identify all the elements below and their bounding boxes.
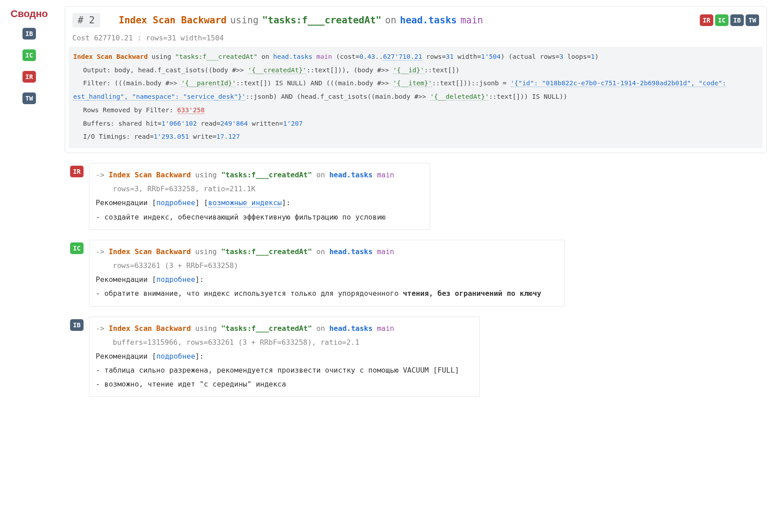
badge-ir[interactable]: IR bbox=[700, 14, 713, 26]
reco-ib-sub: buffers=1315966, rows=633261 (3 + RRbF=6… bbox=[96, 335, 473, 349]
raw-line-filter-2: est_handling", "namespace": "service_des… bbox=[73, 90, 758, 104]
reco-card-ic: -> Index Scan Backward using "tasks:f___… bbox=[89, 240, 565, 307]
literal-id[interactable]: '{__id}' bbox=[393, 66, 424, 74]
sidebar: Сводно IB IC IR TW bbox=[0, 0, 58, 420]
raw-plan: Index Scan Backward using "tasks:f___cre… bbox=[69, 47, 763, 148]
cost-high-link[interactable]: 627'710.21 bbox=[383, 53, 422, 61]
badge-ic[interactable]: IC bbox=[715, 14, 729, 26]
sidebar-item-ib[interactable]: IB bbox=[22, 28, 36, 40]
raw-line-1: Index Scan Backward using "tasks:f___cre… bbox=[73, 50, 758, 64]
reco-card-ir: -> Index Scan Backward using "tasks:f___… bbox=[89, 163, 430, 230]
literal-createdAt[interactable]: '{__createdAt}' bbox=[248, 66, 307, 74]
sidebar-item-tw[interactable]: TW bbox=[22, 92, 36, 104]
raw-line-output: Output: body, head.f_cast_isots((body #>… bbox=[73, 64, 758, 77]
reco-ib-line-2: - возможно, чтение идет "с середины" инд… bbox=[96, 377, 473, 391]
raw-line-filter: Filter: (((main.body #>> '{__parentId}':… bbox=[73, 77, 758, 90]
reco-ir: IR -> Index Scan Backward using "tasks:f… bbox=[70, 163, 767, 230]
kw-on: on bbox=[385, 15, 396, 26]
index-name: "tasks:f___createdAt" bbox=[262, 15, 382, 26]
more-link[interactable]: подробнее bbox=[156, 275, 195, 284]
reco-ic-line: - обратите внимание, что индекс использу… bbox=[96, 286, 558, 300]
possible-indexes-link[interactable]: возможные индексы bbox=[208, 198, 282, 207]
reco-badge-ib[interactable]: IB bbox=[70, 319, 84, 331]
reco-ib-line-1: - таблица сильно разрежена, рекомендуетс… bbox=[96, 363, 473, 377]
node-header: # 2 Index Scan Backward using "tasks:f__… bbox=[65, 7, 766, 32]
cost-line: Cost 627710.21 : rows=31 width=1504 bbox=[65, 32, 766, 47]
raw-line-buffers: Buffers: shared hit=1'066'102 read=249'8… bbox=[73, 117, 758, 131]
main-content: # 2 Index Scan Backward using "tasks:f__… bbox=[58, 0, 773, 420]
json-literal-1[interactable]: '{"id": "018b822c-e7b0-c751-1914-2b698ad… bbox=[511, 79, 726, 87]
reco-ic: IC -> Index Scan Backward using "tasks:f… bbox=[70, 240, 767, 307]
sidebar-title: Сводно bbox=[0, 8, 58, 20]
literal-item[interactable]: '{__item}' bbox=[393, 79, 432, 87]
reco-badge-ir[interactable]: IR bbox=[70, 166, 84, 177]
more-link[interactable]: подробнее bbox=[156, 198, 195, 207]
node-number: # 2 bbox=[72, 13, 100, 27]
badge-ib[interactable]: IB bbox=[730, 14, 744, 26]
reco-ic-sub: rows=633261 (3 + RRbF=633258) bbox=[96, 259, 558, 273]
more-link[interactable]: подробнее bbox=[156, 352, 195, 361]
raw-line-rrbf: Rows Removed by Filter: 633'258 bbox=[73, 104, 758, 117]
kw-using: using bbox=[230, 15, 258, 26]
op-name: Index Scan Backward bbox=[119, 15, 226, 26]
reco-ir-line: - создайте индекс, обеспечивающий эффект… bbox=[96, 210, 424, 224]
badge-tw[interactable]: TW bbox=[746, 14, 759, 26]
sidebar-list: IB IC IR TW bbox=[0, 28, 58, 104]
literal-deletedAt[interactable]: '{__deletedAt}' bbox=[430, 93, 489, 101]
sidebar-item-ir[interactable]: IR bbox=[22, 71, 36, 83]
raw-line-io: I/O Timings: read=1'293.051 write=17.127 bbox=[73, 130, 758, 144]
sidebar-item-ic[interactable]: IC bbox=[22, 49, 36, 61]
reco-ib: IB -> Index Scan Backward using "tasks:f… bbox=[70, 317, 767, 397]
literal-parentId[interactable]: '{__parentId}' bbox=[181, 79, 236, 87]
header-badges: IR IC IB TW bbox=[700, 14, 759, 26]
reco-badge-ic[interactable]: IC bbox=[70, 242, 84, 254]
json-literal-2[interactable]: est_handling", "namespace": "service_des… bbox=[73, 93, 246, 101]
node-panel: # 2 Index Scan Backward using "tasks:f__… bbox=[65, 6, 767, 153]
reco-card-ib: -> Index Scan Backward using "tasks:f___… bbox=[89, 317, 480, 397]
table-name: head.tasks bbox=[400, 15, 456, 26]
rows-removed-link[interactable]: 633'258 bbox=[177, 106, 205, 114]
table-alias: main bbox=[460, 15, 483, 26]
reco-ir-sub: rows=3, RRbF=633258, ratio=211.1K bbox=[96, 182, 424, 196]
